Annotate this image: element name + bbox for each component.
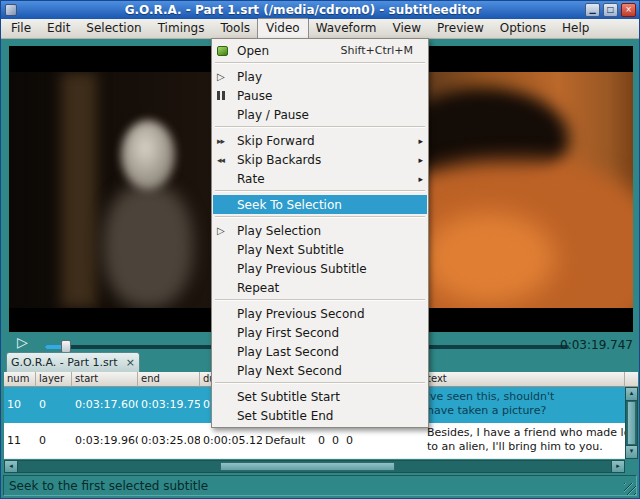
menu-item-label: Skip Backards [237, 153, 321, 167]
tab-close-icon[interactable]: × [126, 356, 135, 369]
menubar-item-view[interactable]: View [385, 19, 429, 38]
tab-label: G.O.R.A. - Part 1.srt [11, 356, 123, 369]
application-window: G.O.R.A. - Part 1.srt (/media/cdrom0) - … [0, 0, 640, 499]
submenu-arrow-icon: ▸ [418, 136, 423, 146]
menu-item-rate[interactable]: Rate▸ [213, 169, 427, 188]
open-icon [217, 46, 237, 56]
menu-item-play-next-subtitle[interactable]: Play Next Subtitle [213, 240, 427, 259]
menu-item-label: Seek To Selection [237, 198, 342, 212]
menu-item-set-subtitle-end[interactable]: Set Subtitle End [213, 406, 427, 425]
menu-item-label: Rate [237, 172, 265, 186]
menu-item-label: Open [237, 44, 269, 58]
horizontal-scrollbar-thumb[interactable] [220, 462, 395, 471]
scroll-up-icon[interactable]: ▴ [626, 388, 637, 401]
scroll-left-icon[interactable]: ◂ [5, 461, 18, 472]
playback-time: 0:03:19.747 [560, 338, 633, 352]
horizontal-scrollbar[interactable]: ◂ ▸ [4, 460, 625, 473]
cell-style: Default [262, 423, 315, 458]
column-header-num[interactable]: num [4, 372, 36, 387]
menu-item-play-next-second[interactable]: Play Next Second [213, 361, 427, 380]
submenu-arrow-icon: ▸ [418, 174, 423, 184]
scroll-down-icon[interactable]: ▾ [626, 445, 637, 458]
menubar-item-waveform[interactable]: Waveform [308, 19, 385, 38]
column-header-end[interactable]: end [138, 372, 200, 387]
cell-layer: 0 [36, 423, 72, 458]
play-icon[interactable]: ▷ [17, 334, 28, 350]
menu-item-play-pause[interactable]: Play / Pause [213, 105, 427, 124]
cell-num: 11 [4, 423, 36, 458]
cell-end: 0:03:19.750 [138, 387, 200, 422]
cell-text: Besides, I have a friend who made love t… [424, 423, 625, 458]
menu-item-skip-backards[interactable]: ◂◂Skip Backards▸ [213, 150, 427, 169]
doorframe-shape [61, 72, 97, 308]
menubar-item-video[interactable]: Video [258, 19, 308, 38]
play-icon: ▷ [217, 71, 237, 82]
menu-item-set-subtitle-start[interactable]: Set Subtitle Start [213, 387, 427, 406]
menubar-item-help[interactable]: Help [554, 19, 597, 38]
menu-separator [213, 380, 427, 387]
menubar-item-preview[interactable]: Preview [429, 19, 492, 38]
subtitle-row-11[interactable]: 1100:03:19.9600:03:25.0800:00:05.120Defa… [4, 423, 625, 459]
menu-item-label: Pause [237, 89, 272, 103]
cell-duration: 0:00:05.120 [200, 423, 262, 458]
cell-layer: 0 [36, 387, 72, 422]
menu-item-open[interactable]: OpenShift+Ctrl+M [213, 41, 427, 60]
menu-item-play-previous-second[interactable]: Play Previous Second [213, 304, 427, 323]
menubar-item-options[interactable]: Options [492, 19, 554, 38]
vertical-scrollbar-thumb[interactable] [627, 401, 636, 445]
cell-col8: 0 [343, 423, 357, 458]
column-header-layer[interactable]: layer [36, 372, 72, 387]
menubar-item-tools[interactable]: Tools [212, 19, 258, 38]
window-title: G.O.R.A. - Part 1.srt (/media/cdrom0) - … [21, 3, 585, 17]
cell-col6: 0 [315, 423, 329, 458]
document-tab[interactable]: G.O.R.A. - Part 1.srt × [6, 352, 140, 372]
resize-grip[interactable] [624, 483, 636, 495]
pause-icon [217, 91, 237, 100]
menu-separator [213, 297, 427, 304]
status-message: Seek to the first selected subtitle [4, 479, 208, 493]
close-button[interactable]: × [621, 3, 636, 17]
scroll-right-icon[interactable]: ▸ [611, 461, 624, 472]
menu-item-label: Play Selection [237, 224, 321, 238]
menu-item-label: Play Previous Subtitle [237, 262, 367, 276]
column-header-start[interactable]: start [72, 372, 138, 387]
menu-item-play-first-second[interactable]: Play First Second [213, 323, 427, 342]
menu-item-label: Skip Forward [237, 134, 315, 148]
menu-item-label: Play Next Subtitle [237, 243, 344, 257]
menubar-item-edit[interactable]: Edit [39, 19, 78, 38]
menu-item-label: Play First Second [237, 326, 339, 340]
statusbar: Seek to the first selected subtitle [3, 475, 637, 496]
cell-num: 10 [4, 387, 36, 422]
menu-item-skip-forward[interactable]: ▸▸Skip Forward▸ [213, 131, 427, 150]
cell-col7: 0 [329, 423, 343, 458]
menubar-item-selection[interactable]: Selection [78, 19, 149, 38]
menu-item-label: Play Next Second [237, 364, 342, 378]
menu-item-play[interactable]: ▷Play [213, 67, 427, 86]
menu-item-label: Set Subtitle Start [237, 390, 340, 404]
window-icon [5, 4, 17, 16]
menu-item-repeat[interactable]: Repeat [213, 278, 427, 297]
menubar: FileEditSelectionTimingsToolsVideoWavefo… [1, 19, 639, 39]
alien-head-shape [121, 120, 175, 190]
menu-item-play-selection[interactable]: ▷Play Selection [213, 221, 427, 240]
menu-item-pause[interactable]: Pause [213, 86, 427, 105]
vertical-scrollbar[interactable]: ▴ ▾ [625, 387, 638, 459]
menu-item-seek-to-selection[interactable]: Seek To Selection [213, 195, 427, 214]
play-icon: ▷ [217, 225, 237, 236]
menu-item-label: Play Last Second [237, 345, 339, 359]
menubar-item-timings[interactable]: Timings [150, 19, 213, 38]
video-menu: OpenShift+Ctrl+M▷PlayPausePlay / Pause▸▸… [211, 38, 429, 428]
column-header-text[interactable]: text [424, 372, 625, 387]
menubar-item-file[interactable]: File [3, 19, 39, 38]
menu-item-label: Set Subtitle End [237, 409, 333, 423]
maximize-button[interactable]: □ [603, 3, 618, 17]
cell-start: 0:03:19.960 [72, 423, 138, 458]
menu-item-play-previous-subtitle[interactable]: Play Previous Subtitle [213, 259, 427, 278]
skip-forward-icon: ▸▸ [217, 136, 237, 146]
titlebar[interactable]: G.O.R.A. - Part 1.srt (/media/cdrom0) - … [1, 1, 639, 19]
menu-item-play-last-second[interactable]: Play Last Second [213, 342, 427, 361]
menu-item-accelerator: Shift+Ctrl+M [341, 44, 414, 57]
minimize-button[interactable]: ▁ [585, 3, 600, 17]
skip-backward-icon: ◂◂ [217, 155, 237, 165]
menu-separator [213, 60, 427, 67]
